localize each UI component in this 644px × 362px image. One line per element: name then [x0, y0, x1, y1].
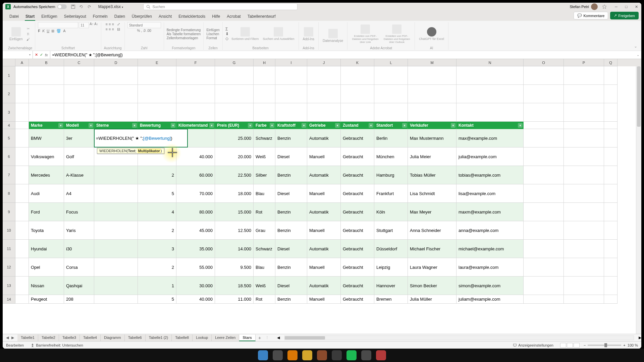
horizontal-scrollbar[interactable]: ◀▶: [270, 336, 641, 340]
cell-preis[interactable]: 20.000: [215, 147, 254, 166]
cell[interactable]: [604, 295, 618, 304]
tab-einfügen[interactable]: Einfügen: [38, 12, 60, 21]
cell[interactable]: [524, 122, 564, 129]
cell[interactable]: [15, 277, 29, 295]
cell[interactable]: [307, 66, 341, 85]
cell[interactable]: [564, 129, 604, 147]
cell-zustand[interactable]: Gebraucht: [341, 147, 374, 166]
cell-km[interactable]: 80.000: [176, 203, 215, 221]
cell-sterne[interactable]: [94, 221, 138, 240]
sort-filter-button[interactable]: Sortieren und Filtern: [230, 26, 260, 41]
table-header-kontakt[interactable]: Kontakt▾: [457, 122, 524, 129]
tab-ansicht[interactable]: Ansicht: [155, 12, 175, 21]
filter-icon[interactable]: ▾: [171, 123, 175, 128]
cell-getriebe[interactable]: Automatik: [307, 166, 341, 184]
cell-getriebe[interactable]: Automatik: [307, 203, 341, 221]
cell[interactable]: [374, 85, 408, 103]
cell-kontakt[interactable]: anna@example.com: [457, 221, 524, 240]
cell[interactable]: [604, 166, 618, 184]
cell[interactable]: [604, 122, 618, 129]
col-header-P[interactable]: P: [564, 59, 604, 66]
table-header-sterne[interactable]: Sterne▾: [94, 122, 138, 129]
cell-sterne[interactable]: [94, 258, 138, 277]
zoom-level[interactable]: 100 %: [628, 343, 638, 347]
table-header-marke[interactable]: Marke▾: [29, 122, 64, 129]
cell-farbe[interactable]: Weiß: [254, 147, 275, 166]
cell-getriebe[interactable]: Automatik: [307, 277, 341, 295]
cell[interactable]: [564, 103, 604, 122]
sheet-tab[interactable]: Diagramm: [101, 335, 125, 341]
cell-kraftstoff[interactable]: Benzin: [275, 221, 307, 240]
cell-marke[interactable]: Toyota: [29, 221, 64, 240]
underline-button[interactable]: U: [47, 29, 49, 33]
bold-button[interactable]: F: [38, 29, 40, 33]
cell[interactable]: [604, 258, 618, 277]
filter-icon[interactable]: ▾: [132, 123, 137, 128]
cell-getriebe[interactable]: Automatik: [307, 240, 341, 258]
tab-entwicklertools[interactable]: Entwicklertools: [175, 12, 209, 21]
acrobat-share-link-button[interactable]: Erstellen von PDF-Dateien und freigeben …: [350, 24, 380, 44]
name-box[interactable]: [3, 51, 33, 59]
cell-verkaeufer[interactable]: Julia Müller: [408, 295, 457, 304]
cell[interactable]: [254, 85, 275, 103]
search-input[interactable]: Suchen: [143, 3, 298, 10]
toggle-icon[interactable]: [57, 4, 67, 9]
cell[interactable]: [524, 203, 564, 221]
cell[interactable]: [374, 103, 408, 122]
col-header-O[interactable]: O: [524, 59, 564, 66]
cell[interactable]: [524, 240, 564, 258]
cell-getriebe[interactable]: Automatik: [307, 129, 341, 147]
cell[interactable]: [275, 66, 307, 85]
copy-icon[interactable]: ⎘: [25, 32, 31, 37]
cell-sterne[interactable]: [94, 240, 138, 258]
cell-farbe[interactable]: Schwarz: [254, 129, 275, 147]
cell[interactable]: [254, 103, 275, 122]
cell-modell[interactable]: Corsa: [64, 258, 94, 277]
cell-preis[interactable]: 18.000: [215, 184, 254, 203]
paste-button[interactable]: Einfügen: [8, 26, 24, 42]
cell-zustand[interactable]: Gebraucht: [341, 240, 374, 258]
cell[interactable]: [176, 66, 215, 85]
table-header-bewertung[interactable]: Bewertung▾: [138, 122, 176, 129]
table-header-verkufer[interactable]: Verkäufer▾: [408, 122, 457, 129]
cell-km[interactable]: 40.000: [176, 147, 215, 166]
cell-standort[interactable]: Berlin: [374, 129, 408, 147]
tab-daten[interactable]: Daten: [111, 12, 128, 21]
filter-icon[interactable]: ▾: [451, 123, 455, 128]
cell[interactable]: [254, 66, 275, 85]
row-header[interactable]: 12: [3, 258, 15, 277]
cell[interactable]: [341, 85, 374, 103]
share-button[interactable]: ↗ Freigeben: [610, 12, 639, 19]
cell-marke[interactable]: BMW: [29, 129, 64, 147]
cell-kraftstoff[interactable]: Diesel: [275, 277, 307, 295]
filter-icon[interactable]: ▾: [402, 123, 407, 128]
formula-expand-icon[interactable]: ⌄: [635, 53, 641, 57]
conditional-formatting-button[interactable]: Bedingte Formatierung: [167, 28, 201, 32]
page-break-view-button[interactable]: [574, 343, 580, 348]
cell-verkaeufer[interactable]: Max Meyer: [408, 203, 457, 221]
col-header-D[interactable]: D: [94, 59, 138, 66]
cell[interactable]: [604, 184, 618, 203]
cell[interactable]: [15, 147, 29, 166]
cell[interactable]: [15, 221, 29, 240]
sheet-tab[interactable]: Tabelle4: [80, 335, 101, 341]
taskbar-app-8[interactable]: [361, 350, 371, 360]
cell-farbe[interactable]: Silber: [254, 166, 275, 184]
cell-modell[interactable]: 3er: [64, 129, 94, 147]
fill-color-icon[interactable]: 🪣: [56, 29, 61, 33]
table-header-modell[interactable]: Modell▾: [64, 122, 94, 129]
tab-start[interactable]: Start: [22, 12, 38, 21]
filter-icon[interactable]: ▾: [335, 123, 340, 128]
addins-button[interactable]: Add-Ins: [302, 26, 316, 42]
cell-kraftstoff[interactable]: Benzin: [275, 129, 307, 147]
cell-bewertung[interactable]: 1: [138, 277, 176, 295]
row-header[interactable]: 10: [3, 221, 15, 240]
sheet-tab[interactable]: Stars: [239, 335, 256, 341]
cell[interactable]: [524, 277, 564, 295]
cell[interactable]: [176, 85, 215, 103]
cell-verkaeufer[interactable]: Michael Fischer: [408, 240, 457, 258]
cell[interactable]: [564, 122, 604, 129]
cell-getriebe[interactable]: Manuell: [307, 147, 341, 166]
cell-km[interactable]: 55.000: [176, 258, 215, 277]
chatgpt-button[interactable]: ChatGPT für Excel: [418, 26, 445, 41]
